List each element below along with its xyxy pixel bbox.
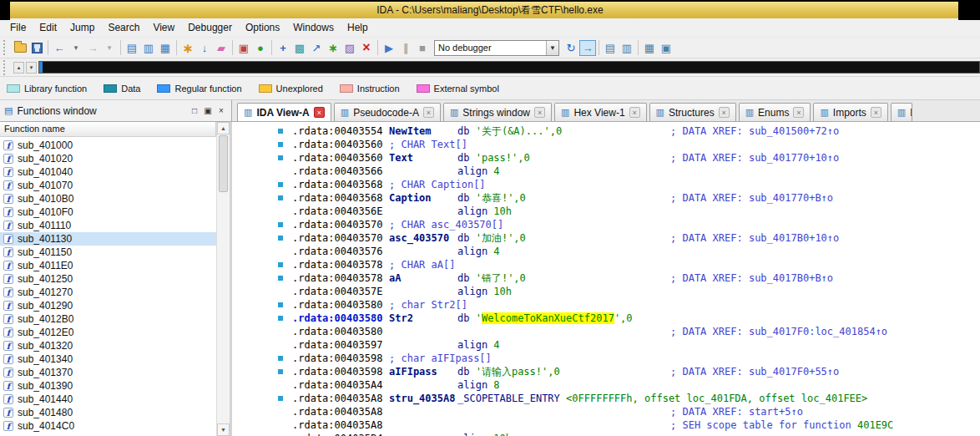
cascade-windows-icon[interactable]: ▥ [619,40,635,56]
menu-jump[interactable]: Jump [63,20,101,35]
disasm-line[interactable]: .rdata:004035A4align 8 [232,378,980,392]
tab-close-icon[interactable]: × [871,107,881,118]
scrollbar-track[interactable] [217,193,230,423]
panel-restore-icon[interactable]: ▣ [202,105,214,117]
tab-close-icon[interactable]: × [423,107,434,118]
navband-zoom-out-icon[interactable]: ▾ [26,62,37,74]
menu-help[interactable]: Help [341,20,375,35]
disasm-line[interactable]: .rdata:00403580; char Str2[] [232,298,980,312]
disasm-line[interactable]: .rdata:00403554NewItemdb '关于(&A)...',0; … [232,124,980,138]
disasm-line[interactable]: .rdata:00403576align 4 [232,245,980,258]
disasm-line[interactable]: .rdata:0040357Ealign 10h [232,285,980,298]
snapshot-icon[interactable]: ▣ [235,40,252,56]
function-row[interactable]: fsub_401290 [0,299,216,312]
function-row[interactable]: fsub_401110 [0,219,216,232]
new-window-icon[interactable]: ▦ [641,40,658,56]
close-window-icon[interactable]: ▣ [658,40,674,56]
function-name-column-header[interactable]: Function name [0,122,216,137]
disasm-line[interactable]: .rdata:004035A8stru_4035A8_SCOPETABLE_EN… [232,392,980,405]
function-row[interactable]: fsub_4014C0 [0,419,216,433]
nav-back-dropdown-icon[interactable]: ▾ [68,40,84,56]
function-row[interactable]: fsub_401370 [0,366,216,379]
disasm-line[interactable]: .rdata:00403570asc_403570db '加油!',0; DAT… [232,231,980,245]
disasm-line[interactable]: .rdata:00403568; CHAR Caption[] [232,178,980,191]
disasm-line[interactable]: .rdata:00403560; CHAR Text[] [232,138,980,151]
jump-address-icon[interactable]: ↓ [196,40,213,56]
function-row[interactable]: fsub_401320 [0,339,216,352]
tab-e[interactable]: ▥E [891,103,912,121]
disasm-line[interactable]: .rdata:00403598aIFIpassdb '请输入pass!',0; … [232,365,980,378]
dropdown-arrow-icon[interactable]: ▼ [546,41,558,55]
nav-back-icon[interactable]: ← [51,40,68,56]
data-view-icon[interactable]: ▦ [157,40,174,56]
function-row[interactable]: fsub_401480 [0,406,216,419]
navband-zoom-in-icon[interactable]: ▴ [13,62,24,74]
menu-debugger[interactable]: Debugger [181,20,239,35]
disasm-line[interactable]: .rdata:004035A8; DATA XREF: start+5↑o [232,405,980,418]
menu-search[interactable]: Search [101,20,146,35]
graph-view-icon[interactable]: ▨ [341,40,358,56]
navigation-band[interactable] [38,61,980,74]
add-item-icon[interactable]: + [275,40,291,56]
attach-process-icon[interactable]: ↻ [563,40,579,56]
save-file-icon[interactable] [28,40,45,56]
open-file-icon[interactable] [12,40,28,56]
disasm-line[interactable]: .rdata:00403580Str2db 'WelcomeToKanXueCt… [232,312,980,325]
stop-debugger-icon[interactable]: ■ [414,40,431,56]
function-row[interactable]: fsub_401250 [0,272,216,286]
disasm-line[interactable]: .rdata:00403568Captiondb '恭喜!',0; DATA X… [232,191,980,205]
function-row[interactable]: fsub_401150 [0,246,216,259]
menu-edit[interactable]: Edit [33,20,63,35]
tab-enums[interactable]: ▥Enums× [739,103,811,121]
names-window-icon[interactable]: ∗ [179,40,196,56]
tab-hex-view-1[interactable]: ▥Hex View-1× [554,103,647,121]
function-row[interactable]: fsub_401340 [0,352,216,366]
function-row[interactable]: fsub_401440 [0,393,216,406]
disasm-line[interactable]: .rdata:00403578; CHAR aA[] [232,258,980,271]
function-row[interactable]: fsub_401020 [0,152,216,165]
menu-view[interactable]: View [146,20,181,35]
function-row[interactable]: fsub_401390 [0,379,216,393]
tab-imports[interactable]: ▥Imports× [813,103,887,121]
nav-forward-dropdown-icon[interactable]: ▾ [101,40,118,56]
disasm-line[interactable]: .rdata:00403580; DATA XREF: sub_4017F0:l… [232,325,980,338]
disasm-line[interactable]: .rdata:00403570; CHAR asc_403570[] [232,218,980,231]
tab-strings-window[interactable]: ▥Strings window× [443,103,552,121]
enable-analysis-icon[interactable]: ● [252,40,269,56]
scroll-up-icon[interactable]: ▲ [217,122,230,134]
navband-drag-handle[interactable] [3,60,8,75]
disasm-line[interactable]: .rdata:00403560Textdb 'pass!',0; DATA XR… [232,151,980,165]
tile-windows-icon[interactable]: ▤ [602,40,619,56]
disasm-line[interactable]: .rdata:004035B4align 10h [232,432,980,436]
disasm-line[interactable]: .rdata:0040356Ealign 10h [232,205,980,218]
pause-debugger-icon[interactable]: ∥ [397,40,414,56]
tab-pseudocode-a[interactable]: ▥Pseudocode-A× [334,103,441,121]
function-row[interactable]: fsub_4010F0 [0,205,216,219]
text-view-icon[interactable]: ▥ [140,40,157,56]
step-over-icon[interactable]: → [579,40,596,56]
menu-file[interactable]: File [3,20,33,35]
nav-forward-icon[interactable]: → [84,40,101,56]
flow-chart-icon[interactable]: ▩ [291,40,308,56]
trace-step-icon[interactable]: ↗ [308,40,325,56]
function-row[interactable]: fsub_401270 [0,286,216,299]
function-row[interactable]: fsub_4010B0 [0,192,216,205]
menu-windows[interactable]: Windows [286,20,341,35]
function-row[interactable]: fsub_401000 [0,139,216,152]
disasm-line[interactable]: .rdata:00403578aAdb '错了!',0; DATA XREF: … [232,271,980,285]
disasm-line[interactable]: .rdata:004035A8; SEH scope table for fun… [232,418,980,432]
function-row[interactable]: fsub_4012B0 [0,312,216,326]
scroll-down-icon[interactable]: ▼ [217,423,230,436]
functions-scrollbar[interactable]: ▲ ▼ [216,122,230,436]
function-row[interactable]: fsub_4011E0 [0,259,216,272]
disasm-line[interactable]: .rdata:00403597align 4 [232,338,980,352]
function-row[interactable]: fsub_401040 [0,165,216,179]
disassembly-view[interactable]: .rdata:00403554NewItemdb '关于(&A)...',0; … [232,122,980,436]
tab-close-icon[interactable]: × [793,107,804,118]
set-colors-icon[interactable]: ▰ [213,40,230,56]
menu-options[interactable]: Options [239,20,286,35]
panel-dock-icon[interactable]: □ [189,105,200,117]
tab-close-icon[interactable]: × [314,107,325,118]
panel-close-icon[interactable]: × [215,105,227,117]
debugger-select[interactable]: No debugger ▼ [434,40,559,56]
